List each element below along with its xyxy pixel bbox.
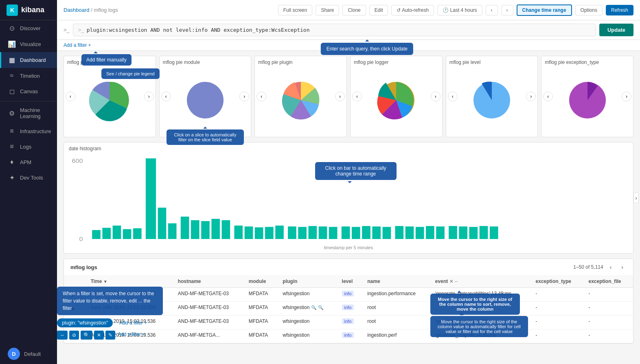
- pie-svg-plugin: [278, 78, 323, 123]
- cell-name: ingestion.performance: [362, 288, 430, 302]
- filter-action-pin[interactable]: ↔: [57, 331, 68, 340]
- auto-refresh-icon: ↺: [397, 7, 401, 13]
- pie-prev-hostname[interactable]: ‹: [66, 92, 75, 101]
- edit-button[interactable]: Edit: [369, 5, 388, 15]
- pie-chart-level[interactable]: [449, 68, 535, 133]
- cell-exception-file: -: [584, 302, 633, 316]
- pie-prev-plugin[interactable]: ‹: [256, 92, 266, 101]
- th-plugin[interactable]: plugin: [278, 275, 337, 288]
- next-page-button[interactable]: ›: [618, 262, 627, 272]
- cell-plugin: wfsingestion 🔍 🔍: [278, 302, 337, 316]
- th-module[interactable]: module: [244, 275, 278, 288]
- share-button[interactable]: Share: [316, 5, 339, 15]
- next-time-button[interactable]: ›: [501, 5, 513, 15]
- visualize-icon: 📊: [8, 40, 16, 48]
- bar-chart-area[interactable]: 600 0: [69, 154, 628, 243]
- auto-refresh-button[interactable]: ↺ Auto-refresh: [391, 5, 434, 15]
- sidebar-item-default[interactable]: D Default: [0, 344, 57, 364]
- pie-next-module[interactable]: ›: [239, 92, 249, 101]
- filter-action-toggle[interactable]: ⊘: [69, 331, 79, 340]
- sidebar-item-ml[interactable]: ⚙ Machine Learning: [0, 103, 57, 123]
- th-event[interactable]: event ✕ ↔ Move the cursor to the right s…: [430, 275, 531, 288]
- sidebar-item-label: Machine Learning: [20, 107, 50, 119]
- sidebar-item-apm[interactable]: ♦ APM: [0, 154, 57, 170]
- pie-next-plugin[interactable]: ›: [335, 92, 345, 101]
- sidebar-item-dashboard[interactable]: ▦ Dashboard: [0, 52, 57, 68]
- pie-next-hostname[interactable]: ›: [144, 92, 154, 101]
- prev-time-button[interactable]: ‹: [486, 5, 498, 15]
- svg-text:600: 600: [72, 157, 83, 164]
- prev-page-button[interactable]: ‹: [607, 262, 615, 272]
- sidebar-item-logs[interactable]: ≡ Logs: [0, 139, 57, 154]
- cell-exception-type: -: [531, 288, 584, 302]
- sidebar-item-discover[interactable]: ⊙ Discover: [0, 20, 57, 36]
- sidebar-item-canvas[interactable]: ◻ Canvas: [0, 83, 57, 99]
- options-button[interactable]: Options: [575, 5, 603, 15]
- th-level[interactable]: level: [337, 275, 363, 288]
- pie-chart-exception[interactable]: [545, 68, 630, 133]
- cell-level: info: [337, 302, 363, 316]
- sidebar-item-visualize[interactable]: 📊 Visualize: [0, 36, 57, 52]
- svg-rect-16: [181, 217, 189, 239]
- breadcrumb-root[interactable]: Dashboard: [64, 7, 90, 13]
- last-time-button[interactable]: 🕐 Last 4 hours: [437, 5, 482, 15]
- svg-rect-26: [288, 226, 296, 239]
- cell-plugin: wfsingestion: [278, 316, 337, 329]
- ml-icon: ⚙: [8, 110, 16, 117]
- add-filter-link-1[interactable]: Add a filter +: [119, 320, 147, 326]
- svg-rect-12: [133, 228, 142, 239]
- th-time[interactable]: Time ▼: [86, 275, 173, 288]
- col-filter-tooltip: Move the cursor to the right size of the…: [430, 316, 528, 337]
- cell-hostname: AND-MF-METGATE-03: [173, 316, 244, 329]
- filter-action-delete[interactable]: ✕: [94, 331, 104, 340]
- pie-prev-level[interactable]: ‹: [448, 92, 458, 101]
- filter-action-search[interactable]: 🔍: [81, 331, 92, 340]
- sidebar-item-label: Visualize: [20, 41, 41, 47]
- th-name[interactable]: name: [362, 275, 430, 288]
- sidebar-item-label: APM: [20, 159, 31, 165]
- sidebar-divider: [0, 101, 57, 101]
- panel-collapse-button[interactable]: ›: [633, 193, 639, 203]
- fullscreen-button[interactable]: Full screen: [278, 5, 313, 15]
- th-exception-file[interactable]: exception_file: [584, 275, 633, 288]
- svg-rect-18: [201, 221, 210, 239]
- add-filter-link[interactable]: Add a filter +: [64, 42, 91, 48]
- pie-chart-logger[interactable]: [354, 68, 439, 133]
- filter-move-tooltip: When a filter is set, move the cursor to…: [57, 287, 163, 315]
- svg-rect-45: [490, 226, 498, 239]
- sidebar: K kibana ⊙ Discover 📊 Visualize ▦ Dashbo…: [0, 0, 57, 364]
- pie-chart-plugin[interactable]: [258, 68, 343, 133]
- pie-prev-module[interactable]: ‹: [161, 92, 171, 101]
- pie-prev-logger[interactable]: ‹: [352, 92, 362, 101]
- pie-next-level[interactable]: ›: [526, 92, 536, 101]
- sidebar-item-timelion[interactable]: ≈ Timelion: [0, 68, 57, 83]
- pie-svg-hostname: [87, 78, 132, 123]
- filter-tag[interactable]: plugin: "wfsingestion": [57, 318, 113, 327]
- sidebar-default-label: Default: [24, 351, 41, 357]
- add-filter-link-2[interactable]: Add a filter +: [118, 331, 145, 337]
- clone-button[interactable]: Clone: [342, 5, 366, 15]
- sidebar-item-devtools[interactable]: ✦ Dev Tools: [0, 170, 57, 186]
- pie-prev-exception[interactable]: ‹: [543, 92, 553, 101]
- bar-tooltip: Click on bar to automatically change tim…: [315, 162, 397, 180]
- change-time-button[interactable]: Change time range: [517, 4, 572, 16]
- svg-rect-24: [265, 227, 274, 239]
- th-hostname[interactable]: hostname: [173, 275, 244, 288]
- pie-next-exception[interactable]: ›: [622, 92, 631, 101]
- sidebar-item-infrastructure[interactable]: ≡ Infrastructure: [0, 123, 57, 139]
- cell-plugin: wfsingestion: [278, 329, 337, 343]
- breadcrumb: Dashboard / mflog logs: [64, 7, 118, 13]
- filter-overlay: When a filter is set, move the cursor to…: [57, 287, 163, 340]
- cell-module: MFDATA: [244, 288, 278, 302]
- filter-action-edit[interactable]: ✎: [105, 331, 115, 340]
- pie-chart-module[interactable]: [163, 68, 248, 133]
- search-input[interactable]: [87, 27, 591, 33]
- pie-next-logger[interactable]: ›: [431, 92, 441, 101]
- svg-rect-10: [113, 226, 121, 239]
- pie-title-module: mflog pie module: [163, 59, 248, 65]
- svg-rect-30: [329, 227, 338, 239]
- update-button[interactable]: Update: [599, 24, 633, 36]
- th-exception-type[interactable]: exception_type: [531, 275, 584, 288]
- refresh-button[interactable]: Refresh: [606, 5, 633, 15]
- sidebar-item-label: Timelion: [20, 73, 40, 79]
